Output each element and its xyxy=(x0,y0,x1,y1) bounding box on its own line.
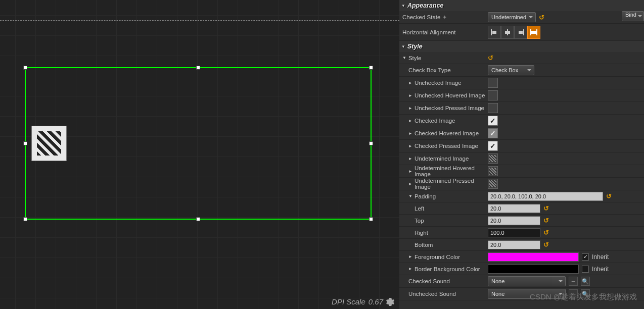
expand-arrow-icon: ▼ xyxy=(401,4,405,8)
checkmark-icon: ✓ xyxy=(490,129,496,137)
top-spinbox[interactable] xyxy=(488,216,540,225)
collapse-arrow-icon[interactable]: ▼ xyxy=(408,131,412,135)
resize-handle[interactable] xyxy=(196,217,200,221)
details-panel: Bind ▼ Appearance Checked State✦ Undeter… xyxy=(399,0,644,309)
browse-button[interactable]: 🔍 xyxy=(581,277,590,286)
resize-handle[interactable] xyxy=(23,217,27,221)
dpi-label: DPI Scale xyxy=(332,297,365,306)
unchecked-sound-dropdown[interactable]: None xyxy=(488,289,566,299)
collapse-arrow-icon[interactable]: ▼ xyxy=(408,93,412,97)
padding-input[interactable] xyxy=(488,192,603,201)
align-right-button[interactable] xyxy=(514,26,527,39)
collapse-arrow-icon[interactable]: ▼ xyxy=(408,144,412,148)
left-spinbox[interactable] xyxy=(488,204,540,213)
checked-sound-dropdown[interactable]: None xyxy=(488,276,566,286)
use-selected-button[interactable]: ← xyxy=(569,277,578,286)
property-row-horizontal-alignment: Horizontal Alignment xyxy=(399,24,644,41)
property-label: Left xyxy=(415,205,424,212)
align-fill-button[interactable] xyxy=(527,26,540,39)
bottom-spinbox[interactable] xyxy=(488,240,540,249)
checkbox-widget-preview[interactable] xyxy=(31,126,67,161)
dropdown-value: Undetermined xyxy=(491,14,526,20)
align-center-button[interactable] xyxy=(501,26,514,39)
expand-arrow-icon[interactable]: ▼ xyxy=(408,194,412,198)
svg-rect-5 xyxy=(519,31,523,34)
pin-icon[interactable]: ✦ xyxy=(442,14,447,21)
inherit-checkbox[interactable] xyxy=(582,266,589,273)
property-row-undetermined-pressed-image: ▼Undetermined Pressed Image xyxy=(399,178,644,190)
collapse-arrow-icon[interactable]: ▼ xyxy=(408,182,412,186)
resize-handle[interactable] xyxy=(23,141,27,145)
collapse-arrow-icon[interactable]: ▼ xyxy=(408,81,412,85)
image-swatch[interactable] xyxy=(488,166,498,176)
property-label: Undetermined Hovered Image xyxy=(415,165,486,177)
collapse-arrow-icon[interactable]: ▼ xyxy=(408,119,412,123)
resize-handle[interactable] xyxy=(369,217,373,221)
image-swatch[interactable]: ✓ xyxy=(488,141,498,151)
reset-to-default-icon[interactable]: ↺ xyxy=(606,192,612,200)
resize-handle[interactable] xyxy=(196,66,200,70)
property-row-padding-top: Top ↺ xyxy=(399,215,644,227)
property-label: Checked Sound xyxy=(408,278,450,284)
undetermined-state-icon xyxy=(37,131,61,156)
collapse-arrow-icon[interactable]: ▼ xyxy=(408,267,412,271)
reset-to-default-icon[interactable]: ↺ xyxy=(539,14,544,21)
property-row-foreground-color: ▼Foreground Color ✓Inherit xyxy=(399,251,644,263)
collapse-arrow-icon[interactable]: ▼ xyxy=(408,106,412,110)
resize-handle[interactable] xyxy=(369,141,373,145)
property-row-padding: ▼Padding ↺ xyxy=(399,190,644,202)
category-title: Style xyxy=(407,43,423,50)
widget-selection-outline[interactable] xyxy=(25,67,372,220)
collapse-arrow-icon[interactable]: ▼ xyxy=(408,157,412,161)
image-swatch[interactable]: ✓ xyxy=(488,116,498,126)
foreground-color-swatch[interactable] xyxy=(488,252,579,262)
reset-to-default-icon[interactable]: ↺ xyxy=(543,217,549,224)
image-swatch[interactable]: ✓ xyxy=(488,128,498,138)
viewport-guide-line xyxy=(0,20,399,21)
collapse-arrow-icon[interactable]: ▼ xyxy=(408,255,412,259)
collapse-arrow-icon[interactable]: ▼ xyxy=(408,169,412,173)
use-selected-button[interactable]: ← xyxy=(569,289,578,298)
image-swatch[interactable] xyxy=(488,90,498,100)
property-row-unchecked-image: ▼Unchecked Image xyxy=(399,77,644,89)
reset-to-default-icon[interactable]: ↺ xyxy=(488,54,493,62)
category-style[interactable]: ▼ Style xyxy=(399,41,644,52)
dropdown-value: None xyxy=(491,291,504,297)
svg-rect-4 xyxy=(523,29,524,35)
property-label: Unchecked Pressed Image xyxy=(415,105,484,111)
property-label: Horizontal Alignment xyxy=(402,29,455,35)
image-swatch[interactable] xyxy=(488,103,498,113)
property-label: Undetermined Pressed Image xyxy=(415,178,486,190)
checked-state-dropdown[interactable]: Undetermined xyxy=(488,12,536,22)
gear-icon[interactable] xyxy=(386,298,394,306)
dropdown-value: None xyxy=(491,278,504,284)
resize-handle[interactable] xyxy=(369,66,373,70)
property-label: Checked Image xyxy=(415,118,455,124)
property-label: Unchecked Sound xyxy=(408,291,456,297)
property-label: Unchecked Image xyxy=(415,80,462,86)
checkmark-icon: ✓ xyxy=(490,117,496,125)
resize-handle[interactable] xyxy=(23,66,27,70)
image-swatch[interactable] xyxy=(488,78,498,88)
ui-designer-viewport[interactable]: DPI Scale 0.67 xyxy=(0,0,399,309)
category-appearance[interactable]: ▼ Appearance xyxy=(399,0,644,11)
property-row-unchecked-pressed-image: ▼Unchecked Pressed Image xyxy=(399,102,644,115)
expand-arrow-icon: ▼ xyxy=(401,44,405,49)
inherit-checkbox[interactable]: ✓ xyxy=(582,253,589,261)
border-color-swatch[interactable] xyxy=(488,265,579,274)
checkbox-type-dropdown[interactable]: Check Box xyxy=(488,65,534,75)
reset-to-default-icon[interactable]: ↺ xyxy=(543,229,549,236)
align-left-button[interactable] xyxy=(488,26,501,39)
browse-button[interactable]: 🔍 xyxy=(581,289,590,298)
expand-arrow-icon[interactable]: ▼ xyxy=(402,56,406,60)
property-row-padding-bottom: Bottom ↺ xyxy=(399,239,644,251)
property-row-checked-state: Checked State✦ Undetermined ↺ xyxy=(399,11,644,24)
image-swatch[interactable] xyxy=(488,153,498,164)
property-row-border-background-color: ▼Border Background Color Inherit xyxy=(399,263,644,275)
right-spinbox[interactable] xyxy=(488,228,540,237)
hatch-icon xyxy=(489,168,496,175)
reset-to-default-icon[interactable]: ↺ xyxy=(543,204,549,212)
reset-to-default-icon[interactable]: ↺ xyxy=(543,241,549,248)
image-swatch[interactable] xyxy=(488,179,498,189)
property-label: Border Background Color xyxy=(415,266,480,272)
